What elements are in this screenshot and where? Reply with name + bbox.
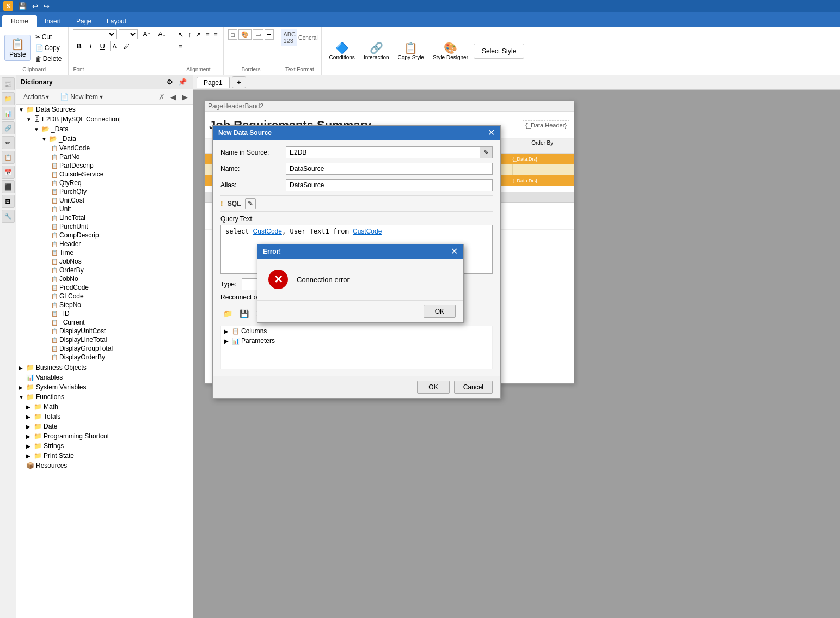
align-tl-button[interactable]: ↖ <box>176 29 185 40</box>
tree-item-qtyreq[interactable]: 📋QtyReq <box>16 179 193 187</box>
tree-item-displayorderby[interactable]: 📋DisplayOrderBy <box>16 353 193 362</box>
tree-item-vendcode[interactable]: 📋VendCode <box>16 144 193 152</box>
undo-button[interactable]: ↩ <box>30 2 40 11</box>
align-bl-button[interactable]: ≡ <box>204 29 211 40</box>
tree-item-system-variables[interactable]: ▶ 📁 System Variables <box>16 382 193 392</box>
sidebar-icon-2[interactable]: 📁 <box>2 92 15 105</box>
select-style-button[interactable]: Select Style <box>474 44 524 59</box>
align-tc-button[interactable]: ↑ <box>186 29 193 40</box>
nds-close-button[interactable]: ✕ <box>488 129 495 137</box>
line-width-button[interactable]: ━ <box>265 29 274 40</box>
fill-color-button[interactable]: 🎨 <box>238 29 252 40</box>
name-in-source-edit-button[interactable]: ✎ <box>480 146 493 158</box>
nds-columns-item[interactable]: ▶ 📋 Columns <box>221 326 492 336</box>
tree-item-purchunit[interactable]: 📋PurchUnit <box>16 222 193 231</box>
nav-prev-button[interactable]: ✗ <box>157 92 167 102</box>
tree-item-totals[interactable]: ▶ 📁 Totals <box>16 412 193 421</box>
tree-item-partno[interactable]: 📋PartNo <box>16 152 193 161</box>
align-br-button[interactable]: ≡ <box>176 41 183 52</box>
tree-item-displayunitcost[interactable]: 📋DisplayUnitCost <box>16 327 193 335</box>
nds-strip-btn-2[interactable]: 💾 <box>237 308 252 320</box>
nds-cancel-button[interactable]: Cancel <box>454 381 493 394</box>
error-ok-button[interactable]: OK <box>424 305 456 318</box>
border-style-button[interactable]: □ <box>228 29 237 40</box>
conditions-button[interactable]: 🔷 Conditions <box>326 40 358 62</box>
tree-item-purchqty[interactable]: 📋PurchQty <box>16 187 193 196</box>
delete-button[interactable]: 🗑Delete <box>33 54 64 64</box>
tree-item-stepno[interactable]: 📋StepNo <box>16 301 193 309</box>
copy-button[interactable]: 📄Copy <box>33 43 64 53</box>
nds-strip-btn-1[interactable]: 📁 <box>220 308 235 320</box>
tree-item-id[interactable]: 📋_ID <box>16 309 193 318</box>
tree-item-jobno[interactable]: 📋JobNo <box>16 274 193 283</box>
tree-item-e2db[interactable]: ▼ 🗄 E2DB [MySQL Connection] <box>16 114 193 124</box>
tree-item-linetotal[interactable]: 📋LineTotal <box>16 213 193 222</box>
tree-item-current[interactable]: 📋_Current <box>16 318 193 327</box>
tree-item-prodcode[interactable]: 📋ProdCode <box>16 283 193 292</box>
tree-item-displaygrouptotal[interactable]: 📋DisplayGroupTotal <box>16 344 193 353</box>
sidebar-icon-7[interactable]: 📅 <box>2 166 15 179</box>
dictionary-pin-button[interactable]: 📌 <box>176 77 188 87</box>
actions-dropdown-button[interactable]: Actions ▾ <box>20 91 53 102</box>
page-tab-page1[interactable]: Page1 <box>197 77 230 88</box>
sidebar-icon-5[interactable]: ✏ <box>2 136 15 149</box>
paste-button[interactable]: 📋 Paste <box>4 35 31 61</box>
tree-item-functions[interactable]: ▼ 📁 Functions <box>16 392 193 402</box>
sidebar-icon-10[interactable]: 🔧 <box>2 210 15 223</box>
dictionary-settings-button[interactable]: ⚙ <box>165 77 175 87</box>
tree-item-data-node[interactable]: ▼ 📂 _Data <box>16 134 193 144</box>
tree-item-data-sources[interactable]: ▼ 📁 Data Sources <box>16 105 193 114</box>
font-family-select[interactable] <box>73 29 117 39</box>
tree-item-displaylinetotal[interactable]: 📋DisplayLineTotal <box>16 335 193 344</box>
new-item-button[interactable]: 📄 New Item ▾ <box>55 91 108 102</box>
cut-button[interactable]: ✂Cut <box>33 32 64 42</box>
tree-item-data-root[interactable]: ▼ 📂 _Data <box>16 124 193 134</box>
sql-edit-button[interactable]: ✎ <box>245 198 256 209</box>
query-link-2[interactable]: CustCode <box>353 228 382 235</box>
tree-item-orderby[interactable]: 📋OrderBy <box>16 266 193 274</box>
alias-input[interactable] <box>286 179 493 191</box>
tree-item-outsideservice[interactable]: 📋OutsideService <box>16 170 193 179</box>
tree-item-partdescrip[interactable]: 📋PartDescrip <box>16 161 193 170</box>
tree-item-date[interactable]: ▶ 📁 Date <box>16 421 193 431</box>
tree-item-unit[interactable]: 📋Unit <box>16 205 193 213</box>
tab-page[interactable]: Page <box>69 15 99 27</box>
sidebar-icon-3[interactable]: 📊 <box>2 107 15 120</box>
tree-item-header[interactable]: 📋Header <box>16 240 193 248</box>
align-bc-button[interactable]: ≡ <box>212 29 219 40</box>
error-close-button[interactable]: ✕ <box>451 247 458 256</box>
tree-item-compdescrip[interactable]: 📋CompDescrip <box>16 231 193 240</box>
add-page-tab-button[interactable]: + <box>232 76 246 88</box>
tree-item-strings[interactable]: ▶ 📁 Strings <box>16 441 193 451</box>
redo-button[interactable]: ↪ <box>42 2 51 11</box>
copy-style-button[interactable]: 📋 Copy Style <box>395 40 427 62</box>
tab-layout[interactable]: Layout <box>99 15 134 27</box>
nds-ok-button[interactable]: OK <box>417 381 449 394</box>
tree-item-math[interactable]: ▶ 📁 Math <box>16 402 193 412</box>
save-button[interactable]: 💾 <box>16 2 28 11</box>
sidebar-icon-4[interactable]: 🔗 <box>2 121 15 134</box>
tree-item-resources[interactable]: 📦 Resources <box>16 461 193 470</box>
tree-item-variables[interactable]: 📊 Variables <box>16 372 193 382</box>
tree-item-business-objects[interactable]: ▶ 📁 Business Objects <box>16 363 193 372</box>
font-grow-button[interactable]: A↑ <box>140 29 153 39</box>
border-color-button[interactable]: ▭ <box>253 29 263 40</box>
font-color-button[interactable]: A <box>110 41 119 51</box>
name-input[interactable] <box>286 163 493 175</box>
nav-left-button[interactable]: ◀ <box>169 92 178 102</box>
tree-item-jobnos[interactable]: 📋JobNos <box>16 257 193 266</box>
align-tr-button[interactable]: ↗ <box>194 29 203 40</box>
sidebar-icon-1[interactable]: 📰 <box>2 77 15 90</box>
tab-home[interactable]: Home <box>2 15 37 27</box>
bold-button[interactable]: B <box>73 41 84 51</box>
font-size-select[interactable] <box>119 29 138 39</box>
highlight-button[interactable]: 🖊 <box>121 41 132 51</box>
italic-button[interactable]: I <box>87 41 95 51</box>
tree-item-glcode[interactable]: 📋GLCode <box>16 292 193 301</box>
sidebar-icon-6[interactable]: 📋 <box>2 151 15 164</box>
tree-item-time[interactable]: 📋Time <box>16 248 193 257</box>
tab-insert[interactable]: Insert <box>37 15 69 27</box>
sidebar-icon-9[interactable]: 🖼 <box>2 195 15 208</box>
interaction-button[interactable]: 🔗 Interaction <box>360 40 393 62</box>
nav-right-button[interactable]: ▶ <box>180 92 189 102</box>
